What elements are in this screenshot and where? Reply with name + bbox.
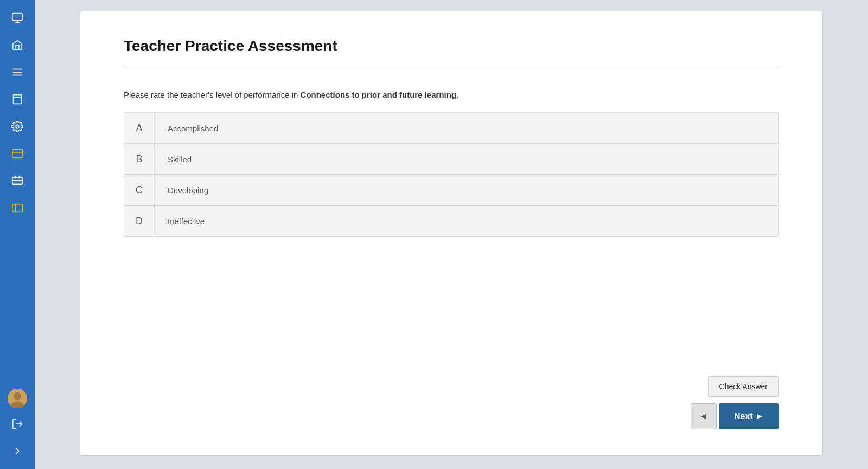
sidebar-icon-card3[interactable]: [6, 197, 29, 219]
divider: [124, 68, 779, 68]
option-text-c: Developing: [155, 186, 221, 195]
sidebar-icon-forward[interactable]: [6, 440, 29, 462]
sidebar-icon-bookmark[interactable]: [6, 88, 29, 111]
sidebar-icon-menu[interactable]: [6, 61, 29, 84]
sidebar-icon-settings[interactable]: [6, 115, 29, 138]
nav-buttons: ◄ Next ►: [691, 403, 779, 429]
prev-icon: ◄: [699, 411, 708, 421]
sidebar-icon-card1[interactable]: [6, 142, 29, 165]
option-letter-b: B: [124, 144, 155, 174]
question-prefix: Please rate the teacher's level of perfo…: [124, 90, 301, 99]
option-letter-a: A: [124, 113, 155, 143]
svg-rect-9: [12, 150, 22, 158]
prev-button[interactable]: ◄: [691, 403, 717, 429]
option-row-b[interactable]: B Skilled: [124, 144, 778, 175]
sidebar-icon-logout[interactable]: [6, 413, 29, 435]
bottom-actions: Check Answer ◄ Next ►: [691, 376, 779, 429]
next-label: Next ►: [734, 411, 764, 421]
question-bold: Connections to prior and future learning…: [301, 90, 459, 99]
sidebar-icon-home[interactable]: [6, 34, 29, 56]
option-text-a: Accomplished: [155, 124, 231, 133]
sidebar-icon-tv[interactable]: [6, 7, 29, 29]
option-row-a[interactable]: A Accomplished: [124, 113, 778, 144]
option-row-d[interactable]: D Ineffective: [124, 206, 778, 236]
option-letter-c: C: [124, 175, 155, 205]
page-title: Teacher Practice Assessment: [124, 37, 779, 55]
assessment-card: Teacher Practice Assessment Please rate …: [80, 11, 823, 456]
svg-rect-6: [14, 95, 22, 104]
next-button[interactable]: Next ►: [719, 403, 779, 429]
svg-rect-0: [12, 14, 22, 21]
option-letter-d: D: [124, 206, 155, 236]
option-text-d: Ineffective: [155, 217, 218, 226]
option-row-c[interactable]: C Developing: [124, 175, 778, 206]
svg-point-15: [14, 392, 21, 400]
svg-rect-12: [12, 204, 22, 212]
option-text-b: Skilled: [155, 155, 205, 164]
sidebar-icon-card2[interactable]: [6, 169, 29, 192]
question-text: Please rate the teacher's level of perfo…: [124, 90, 779, 99]
main-content: Teacher Practice Assessment Please rate …: [35, 0, 868, 469]
sidebar: [0, 0, 35, 469]
check-answer-button[interactable]: Check Answer: [708, 376, 779, 397]
svg-point-8: [16, 125, 19, 128]
options-container: A Accomplished B Skilled C Developing D …: [124, 112, 779, 237]
user-avatar[interactable]: [8, 389, 27, 408]
